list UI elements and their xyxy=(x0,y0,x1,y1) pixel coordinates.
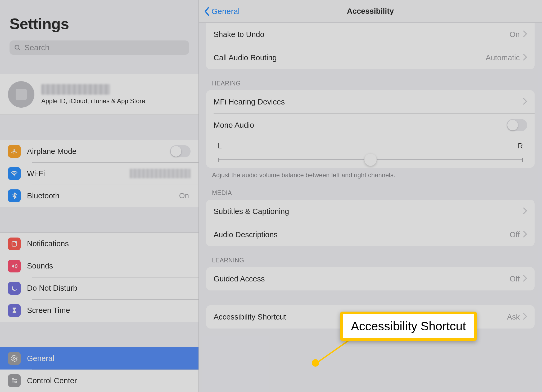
cell-call-audio-routing[interactable]: Call Audio Routing Automatic xyxy=(206,46,535,69)
sidebar-item-controlcenter[interactable]: Control Center xyxy=(0,370,198,392)
balance-right-label: R xyxy=(518,142,523,150)
back-label: General xyxy=(211,7,240,16)
chevron-left-icon xyxy=(204,7,210,16)
cell-guided-access[interactable]: Guided Access Off xyxy=(206,267,535,290)
settings-title: Settings xyxy=(10,15,189,33)
cell-label: Accessibility Shortcut xyxy=(214,313,507,321)
svg-point-2 xyxy=(14,175,15,176)
audio-balance-slider[interactable] xyxy=(218,159,523,160)
cell-label: MFi Hearing Devices xyxy=(214,98,523,106)
cell-label: Subtitles & Captioning xyxy=(214,207,523,216)
back-button[interactable]: General xyxy=(199,7,240,16)
cell-mfi-hearing[interactable]: MFi Hearing Devices xyxy=(206,90,535,113)
gear-icon xyxy=(8,352,21,365)
sidebar-item-airplane[interactable]: Airplane Mode xyxy=(0,140,198,162)
sidebar-item-wifi[interactable]: Wi-Fi xyxy=(0,162,198,185)
sidebar-item-label: Bluetooth xyxy=(27,192,179,200)
account-subtitle: Apple ID, iCloud, iTunes & App Store xyxy=(41,97,145,105)
chevron-right-icon xyxy=(523,275,527,283)
chevron-right-icon xyxy=(523,207,527,216)
svg-point-0 xyxy=(15,45,19,49)
sidebar-item-label: Airplane Mode xyxy=(27,147,170,156)
cell-label: Audio Descriptions xyxy=(214,230,510,239)
bluetooth-value: On xyxy=(179,192,189,200)
settings-sidebar: Settings Search Apple ID, iCloud, iTunes… xyxy=(0,0,199,392)
sidebar-item-label: Screen Time xyxy=(27,306,191,315)
cell-label: Shake to Undo xyxy=(214,30,509,39)
sidebar-item-label: General xyxy=(27,354,191,363)
cell-value: Automatic xyxy=(486,53,520,62)
sidebar-item-label: Sounds xyxy=(27,262,191,270)
airplane-toggle[interactable] xyxy=(170,145,191,157)
svg-point-4 xyxy=(15,241,17,243)
balance-left-label: L xyxy=(218,142,222,150)
moon-icon xyxy=(8,282,21,295)
sidebar-item-label: Wi-Fi xyxy=(27,169,130,178)
search-input[interactable]: Search xyxy=(10,40,189,55)
sidebar-item-general[interactable]: General xyxy=(0,347,198,370)
chevron-right-icon xyxy=(523,230,527,239)
cell-mono-audio[interactable]: Mono Audio xyxy=(206,113,535,137)
sidebar-item-label: Do Not Disturb xyxy=(27,284,191,293)
wifi-value-redacted xyxy=(130,169,191,178)
search-icon xyxy=(14,44,21,51)
airplane-icon xyxy=(8,145,21,158)
cell-shake-to-undo[interactable]: Shake to Undo On xyxy=(206,23,535,46)
sounds-icon xyxy=(8,260,21,272)
bluetooth-icon xyxy=(8,189,21,202)
notifications-icon xyxy=(8,238,21,250)
chevron-right-icon xyxy=(523,53,527,62)
sidebar-item-label: Notifications xyxy=(27,239,191,248)
nav-title: Accessibility xyxy=(199,7,542,16)
svg-point-8 xyxy=(15,381,16,383)
cell-audio-balance: L R xyxy=(206,137,535,168)
sidebar-item-sounds[interactable]: Sounds xyxy=(0,255,198,277)
section-header-learning: LEARNING xyxy=(199,246,542,267)
chevron-right-icon xyxy=(523,313,527,321)
section-header-media: MEDIA xyxy=(199,179,542,200)
section-footer-hearing: Adjust the audio volume balance between … xyxy=(199,168,542,179)
search-placeholder: Search xyxy=(24,43,49,52)
sidebar-item-account[interactable]: Apple ID, iCloud, iTunes & App Store xyxy=(0,74,198,115)
avatar xyxy=(8,81,34,108)
cell-subtitles[interactable]: Subtitles & Captioning xyxy=(206,200,535,223)
svg-line-1 xyxy=(19,49,20,50)
cell-label: Guided Access xyxy=(214,275,510,283)
cell-label: Mono Audio xyxy=(214,121,507,130)
chevron-right-icon xyxy=(523,98,527,106)
mono-audio-toggle[interactable] xyxy=(507,119,527,131)
cell-audio-descriptions[interactable]: Audio Descriptions Off xyxy=(206,223,535,246)
cell-value: On xyxy=(509,30,520,39)
cell-value: Off xyxy=(510,230,520,239)
account-name-redacted xyxy=(41,84,110,95)
sidebar-item-bluetooth[interactable]: Bluetooth On xyxy=(0,185,198,207)
detail-pane: General Accessibility Shake to Undo On C… xyxy=(199,0,542,392)
nav-bar: General Accessibility xyxy=(199,0,542,23)
switches-icon xyxy=(8,374,21,387)
svg-point-6 xyxy=(12,379,14,380)
chevron-right-icon xyxy=(523,30,527,39)
cell-value: Off xyxy=(510,275,520,283)
cell-value: Ask xyxy=(507,313,520,321)
slider-thumb[interactable] xyxy=(364,154,377,166)
hourglass-icon xyxy=(8,304,21,317)
section-header-hearing: HEARING xyxy=(199,69,542,90)
svg-point-5 xyxy=(13,357,15,359)
wifi-icon xyxy=(8,167,21,180)
sidebar-item-dnd[interactable]: Do Not Disturb xyxy=(0,277,198,299)
cell-accessibility-shortcut[interactable]: Accessibility Shortcut Ask xyxy=(206,305,535,329)
sidebar-item-screentime[interactable]: Screen Time xyxy=(0,299,198,322)
sidebar-item-notifications[interactable]: Notifications xyxy=(0,233,198,255)
sidebar-item-label: Control Center xyxy=(27,376,191,385)
cell-label: Call Audio Routing xyxy=(214,53,486,62)
